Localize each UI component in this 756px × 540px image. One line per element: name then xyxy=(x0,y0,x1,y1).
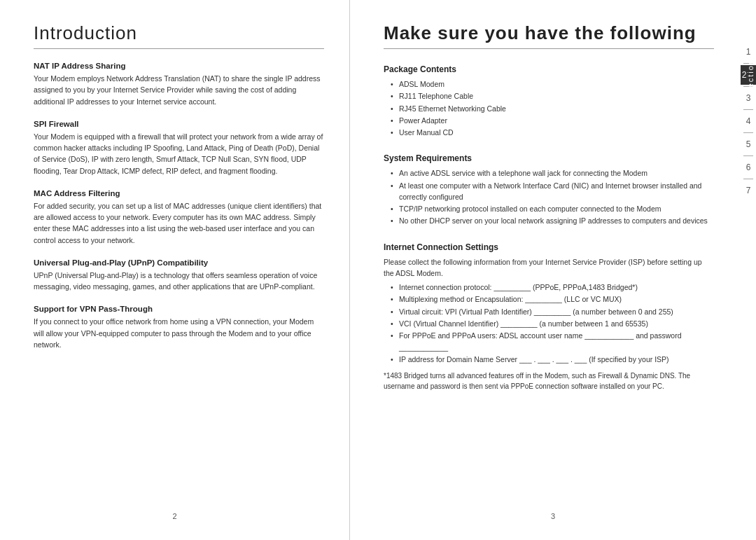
section-body-vpn: If you connect to your office network fr… xyxy=(34,316,324,350)
list-item: At least one computer with a Network Int… xyxy=(391,180,714,203)
section-body-mac-filtering: For added security, you can set up a lis… xyxy=(34,200,324,246)
tab-divider xyxy=(743,155,753,156)
list-item: Multiplexing method or Encapsulation: __… xyxy=(391,293,714,305)
section-heading-nat-ip: NAT IP Address Sharing xyxy=(34,62,324,70)
system-requirements-heading: System Requirements xyxy=(384,153,714,163)
section-vpn: Support for VPN Pass-ThroughIf you conne… xyxy=(34,305,324,350)
list-item: An active ADSL service with a telephone … xyxy=(391,167,714,179)
section-tab-4[interactable]: 4 xyxy=(741,111,755,131)
section-body-spi-firewall: Your Modem is equipped with a firewall t… xyxy=(34,131,324,176)
section-mac-filtering: MAC Address FilteringFor added security,… xyxy=(34,189,324,246)
section-tabs: 12section34567 xyxy=(741,42,756,200)
list-item: RJ45 Ethernet Networking Cable xyxy=(391,103,714,114)
list-item: User Manual CD xyxy=(391,127,714,138)
section-heading-mac-filtering: MAC Address Filtering xyxy=(34,189,324,198)
section-heading-upnp: Universal Plug-and-Play (UPnP) Compatibi… xyxy=(34,258,324,267)
list-item: IP address for Domain Name Server ___ . … xyxy=(391,354,714,365)
section-body-upnp: UPnP (Universal Plug-and-Play) is a tech… xyxy=(34,270,324,293)
section-tab-5[interactable]: 5 xyxy=(741,134,755,154)
section-upnp: Universal Plug-and-Play (UPnP) Compatibi… xyxy=(34,258,324,293)
section-tab-6[interactable]: 6 xyxy=(741,158,755,177)
internet-settings-section: Internet Connection Settings Please coll… xyxy=(384,242,714,392)
left-sections: NAT IP Address SharingYour Modem employs… xyxy=(34,62,324,350)
left-page-number: 2 xyxy=(172,512,176,520)
package-contents-heading: Package Contents xyxy=(384,64,714,74)
list-item: For PPPoE and PPPoA users: ADSL account … xyxy=(391,330,714,353)
internet-settings-list: Internet connection protocol: _________ … xyxy=(384,282,714,365)
list-item: VCI (Virtual Channel Identifier) _______… xyxy=(391,318,714,329)
section-heading-spi-firewall: SPI Firewall xyxy=(34,120,324,128)
internet-settings-heading: Internet Connection Settings xyxy=(384,242,714,252)
list-item: No other DHCP server on your local netwo… xyxy=(391,215,714,226)
tab-divider xyxy=(743,179,753,179)
section-tab-2[interactable]: 2section xyxy=(741,65,756,85)
list-item: Power Adapter xyxy=(391,115,714,126)
package-contents-list: ADSL ModemRJ11 Telephone CableRJ45 Ether… xyxy=(384,78,714,138)
system-requirements-list: An active ADSL service with a telephone … xyxy=(384,167,714,226)
left-page: Introduction NAT IP Address SharingYour … xyxy=(0,0,350,540)
section-body-nat-ip: Your Modem employs Network Address Trans… xyxy=(34,73,324,107)
system-requirements-section: System Requirements An active ADSL servi… xyxy=(384,153,714,226)
right-page-title: Make sure you have the following xyxy=(384,22,714,49)
left-page-title: Introduction xyxy=(34,22,324,49)
section-tab-7[interactable]: 7 xyxy=(741,181,755,200)
tab-divider xyxy=(743,109,753,110)
list-item: TCP/IP networking protocol installed on … xyxy=(391,203,714,214)
internet-settings-intro: Please collect the following information… xyxy=(384,256,714,279)
list-item: Internet connection protocol: _________ … xyxy=(391,282,714,293)
list-item: ADSL Modem xyxy=(391,78,714,90)
tab-divider xyxy=(743,132,753,133)
right-page: Make sure you have the following Package… xyxy=(350,0,756,540)
package-contents-section: Package Contents ADSL ModemRJ11 Telephon… xyxy=(384,64,714,138)
section-nat-ip: NAT IP Address SharingYour Modem employs… xyxy=(34,62,324,107)
list-item: RJ11 Telephone Cable xyxy=(391,90,714,102)
section-heading-vpn: Support for VPN Pass-Through xyxy=(34,305,324,313)
list-item: Virtual circuit: VPI (Virtual Path Ident… xyxy=(391,306,714,317)
section-spi-firewall: SPI FirewallYour Modem is equipped with … xyxy=(34,120,324,176)
right-page-number: 3 xyxy=(551,512,555,520)
section-tab-3[interactable]: 3 xyxy=(741,88,755,108)
internet-settings-footnote: *1483 Bridged turns all advanced feature… xyxy=(384,371,714,392)
